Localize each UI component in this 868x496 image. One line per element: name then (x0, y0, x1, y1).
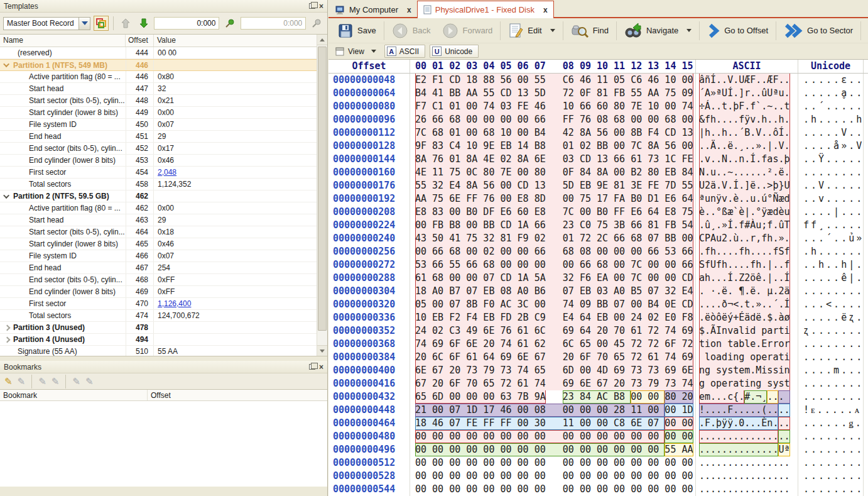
hex-row[interactable]: 0000000036874 69 6F 6E 20 74 61 62 6C 65… (328, 338, 868, 351)
hex-row[interactable]: 0000000024043 50 41 75 32 81 F9 02 01 72… (328, 232, 868, 245)
hex-row-bytes[interactable]: AA 75 6E FF 76 00 E8 8D 00 75 17 FA B0 D… (410, 192, 696, 206)
tab-physicaldrive1[interactable]: PhysicalDrive1 - Fixed Disk x (417, 1, 554, 18)
hex-row[interactable]: 00000000192AA 75 6E FF 76 00 E8 8D 00 75… (328, 192, 868, 206)
hex-row[interactable]: 0000000009626 66 68 00 00 00 00 66 FF 76… (328, 113, 868, 126)
hex-row[interactable]: 000000001448A 76 01 8A 4E 02 8A 6E 03 CD… (328, 153, 868, 166)
hex-row-bytes[interactable]: 4E 11 75 0C 80 7E 00 80 0F 84 8A 00 B2 8… (410, 166, 696, 179)
hex-row[interactable]: 0000000054400 00 00 00 00 00 00 00 00 00… (328, 483, 868, 496)
template-row[interactable]: Start head46329 (0, 214, 317, 226)
hex-row-bytes[interactable]: 65 6D 00 00 00 63 7B 9A 23 84 AC B8 00 0… (410, 390, 696, 404)
template-row[interactable]: First sector4701,126,400 (0, 298, 317, 310)
hex-row-bytes[interactable]: 00 66 68 00 02 00 00 66 68 08 00 00 00 6… (410, 245, 696, 258)
hex-row[interactable]: 00000000064B4 41 BB AA 55 CD 13 5D 72 0F… (328, 87, 868, 100)
column-header-bookmark[interactable]: Bookmark (0, 390, 148, 400)
template-offset-input[interactable] (154, 17, 219, 30)
previous-field-button[interactable] (118, 16, 133, 31)
column-header-bookmark-offset[interactable]: Offset (148, 390, 327, 400)
chevron-right-icon[interactable] (4, 336, 11, 343)
hex-row[interactable]: 00000000048E2 F1 CD 18 88 56 00 55 C6 46… (328, 74, 868, 87)
hex-row[interactable]: 0000000035224 02 C3 49 6E 76 61 6C 69 64… (328, 324, 868, 338)
hex-row-bytes[interactable]: 05 00 07 8B F0 AC 3C 00 74 09 BB 07 00 B… (410, 298, 696, 311)
save-button[interactable]: Save (332, 21, 382, 40)
hex-row[interactable]: 00000000080F7 C1 01 00 74 03 FE 46 10 66… (328, 100, 868, 113)
hex-row-bytes[interactable]: 00 00 00 00 00 00 00 00 00 00 00 00 00 0… (410, 430, 696, 443)
chevron-right-icon[interactable] (4, 324, 11, 331)
template-row[interactable]: Partition 1 (NTFS, 549 MB)446 (0, 59, 317, 71)
template-row-value-link[interactable]: 2,048 (158, 168, 176, 177)
hex-row[interactable]: 0000000048000 00 00 00 00 00 00 00 00 00… (328, 430, 868, 443)
template-row[interactable]: Partition 3 (Unused)478 (0, 322, 317, 334)
hex-row-bytes[interactable]: 7C 68 01 00 68 10 00 B4 42 8A 56 00 8B F… (410, 126, 696, 140)
find-button[interactable]: Find (565, 21, 614, 40)
hex-row-bytes[interactable]: 20 6C 6F 61 64 69 6E 67 20 6F 70 65 72 6… (410, 351, 696, 364)
template-row[interactable]: Start head44732 (0, 83, 317, 95)
pin-offset-button[interactable] (222, 16, 237, 31)
hex-row-bytes[interactable]: 8A 76 01 8A 4E 02 8A 6E 03 CD 13 66 61 7… (410, 153, 696, 166)
edit-bookmark-icon[interactable]: ✎ (18, 377, 26, 386)
template-row[interactable]: End cylinder (lower 8 bits)4690xFF (0, 286, 317, 298)
goto-sector-button[interactable]: Go to Sector (778, 21, 859, 40)
column-header-offset[interactable]: Offset (126, 35, 154, 47)
panel-splitter[interactable] (0, 356, 327, 361)
hex-row-bytes[interactable]: 6E 67 20 73 79 73 74 65 6D 00 4D 69 73 7… (410, 364, 696, 377)
hex-row[interactable]: 0000000052800 00 00 00 00 00 00 00 00 00… (328, 470, 868, 483)
hex-row-bytes[interactable]: 24 02 C3 49 6E 76 61 6C 69 64 20 70 61 7… (410, 324, 696, 338)
hex-row-bytes[interactable]: 67 20 6F 70 65 72 61 74 69 6E 67 20 73 7… (410, 377, 696, 390)
template-row[interactable]: End sector (bits 0-5), cylin...4680xFF (0, 274, 317, 286)
chevron-down-icon[interactable] (3, 192, 9, 199)
hex-row-bytes[interactable]: F7 C1 01 00 74 03 FE 46 10 66 60 80 7E 1… (410, 100, 696, 113)
close-tab-icon[interactable]: x (407, 6, 411, 14)
scroll-down-icon[interactable] (317, 345, 327, 356)
template-row[interactable]: End cylinder (lower 8 bits)4530x46 (0, 155, 317, 167)
hex-row[interactable]: 0000000027253 66 55 66 68 00 00 00 00 66… (328, 258, 868, 272)
hex-row-bytes[interactable]: 43 50 41 75 32 81 F9 02 01 72 2C 66 68 0… (410, 232, 696, 245)
hex-row[interactable]: 0000000041667 20 6F 70 65 72 61 74 69 6E… (328, 377, 868, 390)
hex-row-bytes[interactable]: 9F 83 C4 10 9E EB 14 B8 01 02 BB 00 7C 8… (410, 140, 696, 153)
navigate-button[interactable]: Navigate (619, 21, 697, 41)
previous-bookmark-icon[interactable]: ✎ (38, 377, 46, 386)
hex-row[interactable]: 0000000032005 00 07 8B F0 AC 3C 00 74 09… (328, 298, 868, 311)
hex-row-bytes[interactable]: E8 83 00 B0 DF E6 60 E8 7C 00 B0 FF E6 6… (410, 206, 696, 219)
goto-offset-button[interactable]: Go to Offset (702, 21, 774, 40)
toggle-ascii-button[interactable]: A ASCII (384, 45, 425, 58)
chevron-down-icon[interactable] (550, 29, 555, 32)
add-bookmark-icon[interactable]: ✎ (4, 377, 13, 386)
manage-templates-button[interactable] (94, 16, 109, 31)
toggle-unicode-button[interactable]: U Unicode (430, 45, 479, 58)
template-select[interactable]: Master Boot Record (3, 17, 90, 30)
template-row[interactable]: Partition 4 (Unused)494 (0, 334, 317, 346)
scroll-up-icon[interactable] (317, 35, 327, 45)
template-row[interactable]: End sector (bits 0-5), cylin...4520x17 (0, 143, 317, 155)
view-menu-button[interactable]: View (332, 46, 380, 57)
hex-row-bytes[interactable]: 21 00 07 1D 17 46 00 08 00 00 00 28 11 0… (410, 404, 696, 417)
template-row[interactable]: Active partition flag (80 = ...4460x80 (0, 71, 317, 83)
pin-secondary-button[interactable] (309, 16, 324, 31)
template-row[interactable]: Partition 2 (NTFS, 59.5 GB)462 (0, 190, 317, 202)
hex-row-bytes[interactable]: 18 A0 B7 07 EB 08 A0 B6 07 EB 03 A0 B5 0… (410, 285, 696, 298)
back-button[interactable]: Back (386, 21, 437, 41)
hex-row-bytes[interactable]: E2 F1 CD 18 88 56 00 55 C6 46 11 05 C6 4… (410, 74, 696, 87)
hex-row[interactable]: 0000000043265 6D 00 00 00 63 7B 9A 23 84… (328, 390, 868, 404)
template-row[interactable]: Start sector (bits 0-5), cylin...4480x21 (0, 95, 317, 107)
hex-row[interactable]: 000000001604E 11 75 0C 80 7E 00 80 0F 84… (328, 166, 868, 179)
chevron-down-icon[interactable] (686, 29, 692, 32)
tab-my-computer[interactable]: My Computer x (330, 1, 417, 18)
hex-row[interactable]: 0000000025600 66 68 00 02 00 00 66 68 08… (328, 245, 868, 258)
hex-row[interactable]: 0000000046418 46 07 FE FF FF 00 30 11 00… (328, 417, 868, 430)
hex-row[interactable]: 0000000030418 A0 B7 07 EB 08 A0 B6 07 EB… (328, 285, 868, 298)
template-row[interactable]: Total sectors474124,700,672 (0, 310, 317, 322)
template-row[interactable]: Signature (55 AA)51055 AA (0, 346, 317, 356)
hex-row-bytes[interactable]: B4 41 BB AA 55 CD 13 5D 72 0F 81 FB 55 A… (410, 87, 696, 100)
hex-row[interactable]: 0000000051200 00 00 00 00 00 00 00 00 00… (328, 456, 868, 470)
hex-row-bytes[interactable]: 55 32 E4 8A 56 00 CD 13 5D EB 9E 81 3E F… (410, 179, 696, 192)
bookmarks-table-header[interactable]: Bookmark Offset (0, 389, 327, 401)
hex-row-bytes[interactable]: 00 00 00 00 00 00 00 00 00 00 00 00 00 0… (410, 456, 696, 470)
hex-row[interactable]: 000000001289F 83 C4 10 9E EB 14 B8 01 02… (328, 140, 868, 153)
forward-button[interactable]: Forward (437, 21, 499, 41)
template-row-value-link[interactable]: 1,126,400 (158, 299, 191, 308)
column-header-value[interactable]: Value (154, 35, 327, 47)
template-row[interactable]: Active partition flag (80 = ...4620x00 (0, 202, 317, 214)
template-row[interactable]: (reserved)44400 00 (0, 47, 317, 59)
hex-row[interactable]: 0000000038420 6C 6F 61 64 69 6E 67 20 6F… (328, 351, 868, 364)
template-table-header[interactable]: Name Offset Value (0, 35, 327, 47)
